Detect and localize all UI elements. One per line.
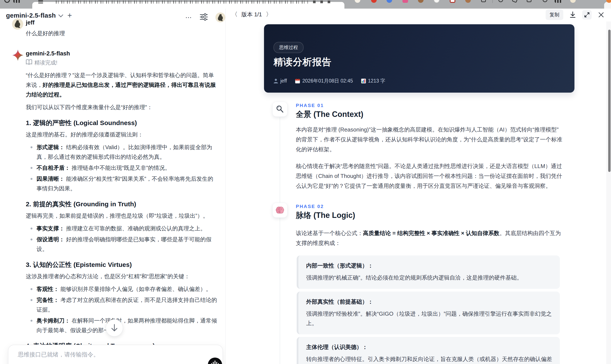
composer[interactable]: 思维接口已就绪，请传输指令。 + <box>8 345 223 364</box>
report-wordcount: 1213 字 <box>361 78 385 84</box>
report-datetime: 2026年01月08日 02:45 <box>295 78 353 84</box>
logic-card-internal-consistency: 内部一致性（形式逻辑）： 强调推理的“机械正确”。结论必须在给定的规则系统内逻辑… <box>297 256 560 289</box>
phase1-paragraph: 核心情境在于解决“思考的随意性”问题。不论是人类通过批判性思维进行决策，还是大语… <box>296 161 564 191</box>
logic-card-text: 转向推理者的心理特征。引入奥卡姆剃刀和反向论证，旨在克服人类（或机器）天然存在的… <box>306 354 552 364</box>
menu-icon <box>38 0 43 4</box>
gemini-logo-icon <box>12 49 23 61</box>
app-window: gemini-2.5-flash + ⋯ <box>0 9 611 364</box>
new-chat-button[interactable]: + <box>67 12 72 19</box>
chevron-down-icon[interactable] <box>58 13 63 17</box>
user-avatar <box>12 18 23 30</box>
download-button[interactable] <box>568 10 577 20</box>
phase2-title: 脉络 (The Logic) <box>296 210 355 221</box>
logic-card-external-truth: 外部真实性（前提基础）： 强调推理的“经验校准”。解决“GIGO（垃圾进，垃圾出… <box>297 292 560 334</box>
panel-actions: 复制 <box>546 10 606 20</box>
extension-icon[interactable] <box>371 0 377 3</box>
phase2-lead: 该论述基于一个核心公式：高质量结论 = 结构完整性 × 事实准确性 × 认知自律… <box>296 228 564 255</box>
extension-icon[interactable] <box>402 0 408 3</box>
phase-timeline-line <box>280 117 280 364</box>
logic-card-text: 强调推理的“机械正确”。结论必须在给定的规则系统内逻辑自洽，这是推理的硬件基础。 <box>306 273 552 282</box>
extension-icon[interactable] <box>434 0 439 3</box>
extension-icon[interactable] <box>418 0 424 3</box>
message-text: 什么是好的推理 <box>26 29 217 38</box>
extension-icon[interactable] <box>450 0 455 3</box>
close-button[interactable] <box>596 10 606 20</box>
lead-paragraph: 我们可以从以下四个维度来衡量什么是“好的推理”： <box>26 103 217 112</box>
phase1-paragraph: 本内容是对“推理 (Reasoning)”这一抽象概念的高层建模。在知识爆炸与人… <box>296 125 564 154</box>
apps-grid-icon[interactable] <box>13 0 21 3</box>
section-desc: 这涉及推理者的心态和方法论，也是区分“杠精”和“思想家”的关键： <box>26 272 217 281</box>
message-author: jeff <box>26 18 217 26</box>
phase1-body: 本内容是对“推理 (Reasoning)”这一抽象概念的高层建模。在知识爆炸与人… <box>296 125 564 198</box>
version-label: 版本 1/1 <box>241 11 262 18</box>
brain-icon <box>276 206 284 214</box>
artifact-panel: 〈 版本 1/1 〉 复制 <box>226 9 611 364</box>
logic-card-title: 主体伦理（认识美德）： <box>306 343 552 351</box>
bullet-list: 事实支撑： 推理建立在可靠的数据、准确的观测或公认的真理之上。 假设透明： 好的… <box>26 224 217 254</box>
list-item: 不自相矛盾： 推理链条中不能出现“既是又非”的情况。 <box>26 163 217 173</box>
profile-icon[interactable] <box>543 0 547 2</box>
report-badge: 思维过程 <box>273 42 304 53</box>
version-prev-button[interactable]: 〈 <box>232 10 238 18</box>
assistant-markdown: “什么是好的推理？”这是一个涉及逻辑学、认知科学和哲学核心的问题。简单来说，好的… <box>26 70 217 364</box>
magnifier-icon <box>276 105 284 113</box>
conversation-title[interactable]: gemini-2.5-flash <box>6 12 56 19</box>
report-author: jeff <box>273 78 287 84</box>
extension-icon[interactable] <box>465 0 471 3</box>
expand-button[interactable] <box>582 10 592 20</box>
list-item: 完备性： 考虑了对立的观点和潜在的反证，而不是只选择支持自己结论的证据。 <box>26 295 217 315</box>
phase2-kicker: PHASE 02 <box>296 204 324 209</box>
phase1-tile <box>272 102 287 117</box>
assistant-status: 精读完成! <box>26 59 217 66</box>
extension-icon[interactable] <box>355 0 360 3</box>
user-message: jeff 什么是好的推理 <box>12 18 217 38</box>
toolbar-icon[interactable] <box>498 0 503 2</box>
logic-card-title: 内部一致性（形式逻辑）： <box>306 262 552 270</box>
calendar-icon <box>295 78 300 84</box>
browser-tab[interactable] <box>32 2 345 9</box>
copy-button[interactable]: 复制 <box>546 10 563 20</box>
avatar-icon[interactable] <box>570 0 576 3</box>
version-next-button[interactable]: 〉 <box>266 10 272 18</box>
pen-icon[interactable] <box>512 0 518 3</box>
voice-input-button[interactable] <box>208 358 222 364</box>
scroll-to-bottom-button[interactable] <box>106 319 123 337</box>
phase1-kicker: PHASE 01 <box>296 103 324 108</box>
report-header-card: 思维过程 精读分析报告 jeff 2026年01月08日 02:45 <box>264 24 574 93</box>
arrow-down-icon <box>111 324 118 332</box>
screen: gemini-2.5-flash + ⋯ <box>0 0 611 364</box>
composer-placeholder[interactable]: 思维接口已就绪，请传输指令。 <box>18 351 99 358</box>
message-list: jeff 什么是好的推理 gem <box>0 18 225 364</box>
bullet-list: 形式逻辑： 结构必须有效（Valid）。比如演绎推理中，如果前提全部为真，那么通… <box>26 143 217 193</box>
browser-topbar <box>0 0 611 9</box>
waveform-icon <box>211 363 212 364</box>
section-desc: 这是推理的基石。好的推理必须遵循逻辑法则： <box>26 130 217 140</box>
chat-panel: gemini-2.5-flash + ⋯ <box>0 9 225 364</box>
section-heading: 3. 认知的公正性 (Epistemic Virtues) <box>26 260 217 269</box>
scrollbar-thumb[interactable] <box>608 30 611 172</box>
download-tray-icon[interactable] <box>527 0 531 2</box>
assistant-message: gemini-2.5-flash 精读完成! “什么是好的推理？”这是一个涉及逻… <box>12 49 217 364</box>
grid-icon[interactable] <box>555 0 562 3</box>
next-tab-sliver[interactable] <box>604 2 611 9</box>
list-item: 事实支撑： 推理建立在可靠的数据、准确的观测或公认的真理之上。 <box>26 224 217 233</box>
phase2-tile <box>272 203 287 218</box>
assistant-name: gemini-2.5-flash <box>26 49 217 57</box>
section-desc: 逻辑再完美，如果前提是错误的，推理也是垃圾（即“垃圾进，垃圾出”）。 <box>26 211 217 221</box>
expand-icon <box>584 12 590 18</box>
logic-card-title: 外部真实性（前提基础）： <box>306 298 552 306</box>
tab-title-cutoff <box>56 1 308 4</box>
list-item: 假设透明： 好的推理会明确指明哪些是已知事实，哪些是基于可能的假设。 <box>26 235 217 254</box>
section-heading: 1. 逻辑的严密性 (Logical Soundness) <box>26 119 217 127</box>
list-item: 客观性： 能够识别并尽量排除个人偏见（如幸存者偏差、确认偏差）。 <box>26 284 217 294</box>
toolbar-icon[interactable] <box>481 0 486 2</box>
intro-paragraph: “什么是好的推理？”这是一个涉及逻辑学、认知科学和哲学核心的问题。简单来说，好的… <box>26 70 217 100</box>
toolbar-separator <box>492 0 493 3</box>
extension-icon[interactable] <box>386 0 392 3</box>
phase1-title: 全景 (The Context) <box>296 109 363 120</box>
bar-chart-icon <box>361 79 366 83</box>
list-item: 形式逻辑： 结构必须有效（Valid）。比如演绎推理中，如果前提全部为真，那么通… <box>26 143 217 162</box>
report-title: 精读分析报告 <box>273 56 332 68</box>
person-icon <box>273 78 278 84</box>
browser-icon[interactable] <box>4 0 10 3</box>
